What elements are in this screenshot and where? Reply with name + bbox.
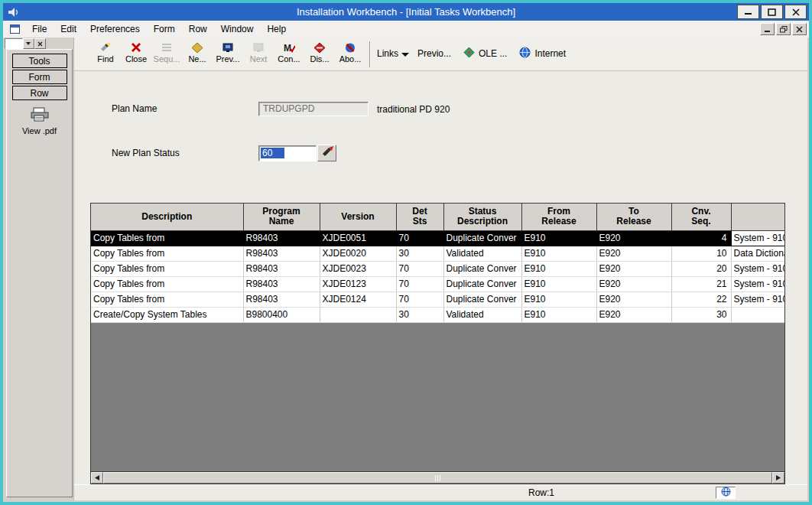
new-plan-status-field[interactable]: 60	[258, 145, 317, 161]
grid-cell[interactable]: B9800400	[243, 307, 320, 322]
grid-cell[interactable]: E920	[596, 246, 671, 261]
grid-cell[interactable]: E920	[596, 276, 671, 292]
previous-link[interactable]: Previo...	[417, 48, 451, 59]
close-button[interactable]	[784, 5, 807, 19]
grid-row[interactable]: Copy Tables fromR98403XJDE002370Duplicat…	[91, 261, 784, 276]
grid-row[interactable]: Create/Copy System TablesB980040030Valid…	[91, 307, 784, 322]
grid-cell[interactable]: 70	[396, 261, 443, 276]
grid-cell[interactable]: XJDE0023	[320, 261, 396, 276]
grid-cell[interactable]: E910	[521, 230, 596, 246]
grid-cell[interactable]: E920	[596, 261, 671, 276]
grid-cell[interactable]: R98403	[243, 246, 320, 261]
grid-cell[interactable]: E920	[596, 230, 671, 246]
col-status-description[interactable]: Status Description	[443, 204, 521, 230]
grid-row[interactable]: Copy Tables fromR98403XJDE012370Duplicat…	[91, 276, 784, 292]
grid-cell[interactable]: Validated	[443, 307, 521, 322]
col-from-release[interactable]: From Release	[521, 204, 596, 230]
grid-cell[interactable]: R98403	[243, 276, 320, 292]
new-button[interactable]: Ne...	[182, 40, 213, 64]
internet-link[interactable]: Internet	[534, 48, 566, 59]
fastpath-dropdown-button[interactable]	[23, 38, 34, 49]
menu-file[interactable]: File	[25, 21, 54, 37]
grid-cell[interactable]: System - 910	[731, 261, 784, 276]
menu-preferences[interactable]: Preferences	[83, 21, 147, 37]
links-label[interactable]: Links	[377, 48, 398, 59]
grid-cell[interactable]: XJDE0124	[320, 292, 396, 307]
sidebar-tab-row[interactable]: Row	[12, 86, 67, 100]
grid-cell[interactable]: Copy Tables from	[91, 261, 243, 276]
grid-cell[interactable]: E910	[521, 261, 596, 276]
grid-cell[interactable]: 30	[396, 307, 443, 322]
grid-cell[interactable]: 30	[396, 246, 443, 261]
fastpath-input[interactable]	[5, 38, 23, 49]
plan-name-field[interactable]: TRDUPGPD	[258, 102, 369, 116]
ole-link[interactable]: OLE ...	[479, 48, 507, 59]
grid-cell[interactable]: 10	[671, 246, 731, 261]
scroll-right-icon[interactable]	[772, 472, 784, 484]
grid-cell[interactable]: Copy Tables from	[91, 292, 243, 307]
col-program-name[interactable]: Program Name	[243, 204, 320, 230]
grid-cell[interactable]: E920	[596, 292, 671, 307]
horizontal-scrollbar[interactable]	[91, 471, 784, 484]
grid-cell[interactable]: 70	[396, 276, 443, 292]
grid-cell[interactable]: Validated	[443, 246, 521, 261]
grid-cell[interactable]: XJDE0051	[320, 230, 396, 246]
fastpath-close-button[interactable]	[34, 38, 46, 49]
grid-cell[interactable]: R98403	[243, 261, 320, 276]
col-description[interactable]: Description	[91, 204, 243, 230]
visual-assist-button[interactable]	[317, 145, 336, 161]
mdi-minimize-button[interactable]	[760, 23, 775, 35]
previous-button[interactable]: Prev...	[213, 40, 243, 64]
grid-cell[interactable]: E910	[521, 246, 596, 261]
grid-cell[interactable]: 21	[671, 276, 731, 292]
view-pdf-item[interactable]: View .pdf	[7, 107, 72, 135]
grid-cell[interactable]: Duplicate Conver	[443, 230, 521, 246]
grid-cell[interactable]: Copy Tables from	[91, 230, 243, 246]
grid-cell[interactable]: Copy Tables from	[91, 276, 243, 292]
grid-cell[interactable]: XJDE0020	[320, 246, 396, 261]
grid-cell[interactable]: System - 910	[731, 230, 784, 246]
mdi-close-button[interactable]	[792, 23, 807, 35]
grid-cell[interactable]: 22	[671, 292, 731, 307]
grid-cell[interactable]: System - 910	[731, 292, 784, 307]
col-version[interactable]: Version	[320, 204, 396, 230]
grid-cell[interactable]: 70	[396, 230, 443, 246]
grid-row[interactable]: Copy Tables fromR98403XJDE012470Duplicat…	[91, 292, 784, 307]
grid-cell[interactable]: E910	[521, 292, 596, 307]
col-det-sts[interactable]: Det Sts	[396, 204, 443, 230]
grid-cell[interactable]: 30	[671, 307, 731, 322]
links-dropdown-icon[interactable]	[401, 47, 410, 60]
next-button[interactable]: Next	[243, 40, 274, 64]
grid-cell[interactable]: XJDE0123	[320, 276, 396, 292]
menu-row[interactable]: Row	[182, 21, 214, 37]
grid-cell[interactable]: Duplicate Conver	[443, 292, 521, 307]
col-to-release[interactable]: To Release	[596, 204, 671, 230]
minimize-button[interactable]	[737, 5, 759, 19]
mdi-restore-button[interactable]	[776, 23, 791, 35]
grid-cell[interactable]: Data Dictionar	[731, 246, 784, 261]
sidebar-tab-form[interactable]: Form	[12, 70, 67, 84]
scroll-left-icon[interactable]	[91, 472, 103, 484]
grid-cell[interactable]: Copy Tables from	[91, 246, 243, 261]
close-tool-button[interactable]: Close	[121, 40, 151, 64]
grid-cell[interactable]: Create/Copy System Tables	[91, 307, 243, 322]
grid-row-selected[interactable]: Copy Tables fromR98403XJDE005170Duplicat…	[91, 230, 784, 246]
grid-cell[interactable]: System - 910	[731, 276, 784, 292]
col-cnv-seq[interactable]: Cnv. Seq.	[671, 204, 731, 230]
menu-help[interactable]: Help	[260, 21, 293, 37]
abort-button[interactable]: Abo...	[335, 40, 365, 64]
menu-edit[interactable]: Edit	[54, 21, 83, 37]
grid-cell[interactable]: 4	[671, 230, 731, 246]
grid-cell[interactable]: E910	[521, 276, 596, 292]
title-bar[interactable]: Installation Workbench - [Initial Tasks …	[3, 3, 809, 21]
grid-cell[interactable]: 20	[671, 261, 731, 276]
maximize-button[interactable]	[761, 5, 783, 19]
grid-cell[interactable]: Duplicate Conver	[443, 276, 521, 292]
find-button[interactable]: Find	[90, 40, 121, 64]
sidebar-tab-tools[interactable]: Tools	[12, 54, 67, 68]
grid-cell[interactable]: Duplicate Conver	[443, 261, 521, 276]
col-extra[interactable]	[731, 204, 784, 230]
display-button[interactable]: Dis...	[304, 40, 335, 64]
grid-cell[interactable]: E910	[521, 307, 596, 322]
grid-cell[interactable]: R98403	[243, 230, 320, 246]
